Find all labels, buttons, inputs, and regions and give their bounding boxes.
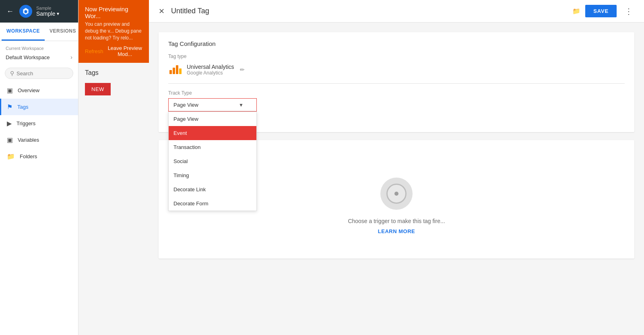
preview-title: Now Previewing Wor... — [85, 6, 142, 19]
dropdown-item-social[interactable]: Social — [169, 154, 256, 168]
sidebar-item-tags[interactable]: ⚑ Tags — [0, 99, 78, 115]
account-name: Sample ▾ — [36, 10, 59, 17]
sidebar-item-label: Variables — [18, 137, 39, 143]
overview-icon: ▣ — [7, 87, 13, 94]
ua-bar-2 — [173, 68, 175, 74]
save-button[interactable]: SAVE — [585, 5, 617, 17]
dropdown-item-event[interactable]: Event — [169, 126, 256, 140]
nav-tabs: WORKSPACE VERSIONS ADMIN — [0, 23, 78, 41]
trigger-circle-inner — [386, 184, 407, 204]
search-icon: ⚲ — [10, 70, 14, 77]
tag-panel: ✕ Untitled Tag 📁 SAVE ⋮ Tag Configuratio… — [149, 0, 644, 335]
learn-more-link[interactable]: LEARN MORE — [378, 228, 415, 234]
search-box[interactable]: ⚲ — [5, 68, 73, 79]
tag-type-sub: Google Analytics — [187, 70, 234, 76]
sidebar: ← Sample Sample ▾ WORKSPACE VERSIONS ADM… — [0, 0, 78, 335]
track-type-select-button[interactable]: Page View ▼ — [168, 98, 257, 112]
track-type-label: Track Type — [168, 90, 625, 96]
selected-track-value: Page View — [173, 102, 198, 108]
triggers-icon: ▶ — [7, 120, 12, 127]
gtm-logo — [19, 5, 32, 18]
tag-config-card: Tag Configuration Tag type Universal Ana… — [159, 32, 634, 132]
edit-tag-type-button[interactable]: ✏ — [240, 66, 245, 73]
panel-title: Untitled Tag — [171, 7, 568, 15]
track-type-select[interactable]: Page View ▼ Page View Event Transaction … — [168, 98, 257, 112]
workspace-name: Default Workspace — [6, 54, 50, 60]
sidebar-item-label: Overview — [18, 87, 39, 93]
workspace-label: Current Workspace — [6, 46, 72, 51]
refresh-button[interactable]: Refresh — [85, 45, 103, 57]
tags-header: Tags — [78, 63, 149, 80]
ua-icon — [168, 62, 183, 77]
sidebar-item-label: Triggers — [17, 120, 35, 126]
back-button[interactable]: ← — [5, 6, 15, 17]
track-type-dropdown: Page View Event Transaction Social Timin… — [168, 112, 257, 211]
main-area: Now Previewing Wor... You can preview an… — [78, 0, 149, 335]
trigger-circle — [380, 178, 413, 210]
triggering-message: Choose a trigger to make this tag fire..… — [348, 218, 445, 224]
tab-workspace[interactable]: WORKSPACE — [2, 23, 45, 41]
workspace-chevron: › — [70, 54, 72, 60]
dropdown-item-transaction[interactable]: Transaction — [169, 140, 256, 154]
tags-icon: ⚑ — [7, 103, 12, 111]
tag-type-field-label: Tag type — [168, 54, 625, 59]
workspace-section: Current Workspace Default Workspace › — [0, 41, 78, 64]
dropdown-item-decorate-form[interactable]: Decorate Form — [169, 196, 256, 211]
divider — [168, 83, 625, 84]
new-tag-button[interactable]: NEW — [85, 83, 111, 95]
close-button[interactable]: ✕ — [157, 5, 166, 17]
dropdown-item-timing[interactable]: Timing — [169, 168, 256, 182]
preview-desc: You can preview and debug the v... Debug… — [85, 21, 142, 41]
tab-versions[interactable]: VERSIONS — [45, 23, 81, 41]
sidebar-header: ← Sample Sample ▾ — [0, 0, 78, 23]
preview-banner: Now Previewing Wor... You can preview an… — [78, 0, 149, 63]
ua-bar-4 — [179, 68, 182, 74]
more-button[interactable]: ⋮ — [621, 5, 636, 18]
sidebar-item-overview[interactable]: ▣ Overview — [0, 82, 78, 99]
sidebar-item-folders[interactable]: 📁 Folders — [0, 148, 78, 165]
tag-type-name: Universal Analytics — [187, 64, 234, 70]
account-chevron: ▾ — [57, 11, 59, 17]
tag-type-row: Universal Analytics Google Analytics ✏ — [168, 62, 625, 77]
tag-type-info: Universal Analytics Google Analytics — [187, 64, 234, 76]
search-input[interactable] — [17, 70, 68, 77]
ua-bar-1 — [169, 70, 172, 74]
panel-body: Tag Configuration Tag type Universal Ana… — [149, 23, 644, 335]
company-name: Sample — [36, 6, 59, 10]
account-info: Sample Sample ▾ — [36, 6, 59, 17]
folder-icon: 📁 — [572, 7, 580, 15]
ua-bar-3 — [176, 65, 178, 74]
sidebar-item-label: Folders — [20, 153, 37, 159]
tag-config-title: Tag Configuration — [168, 40, 625, 47]
variables-icon: ▣ — [7, 136, 13, 144]
dropdown-arrow-icon: ▼ — [239, 102, 244, 108]
leave-preview-button[interactable]: Leave Preview Mod... — [107, 45, 142, 57]
nav-items: ▣ Overview ⚑ Tags ▶ Triggers ▣ Variables… — [0, 82, 78, 335]
panel-header: ✕ Untitled Tag 📁 SAVE ⋮ — [149, 0, 644, 23]
workspace-item[interactable]: Default Workspace › — [6, 53, 72, 61]
sidebar-item-triggers[interactable]: ▶ Triggers — [0, 115, 78, 132]
folders-icon: 📁 — [7, 153, 15, 160]
sidebar-item-label: Tags — [17, 104, 28, 110]
dropdown-item-decorate-link[interactable]: Decorate Link — [169, 182, 256, 196]
dropdown-item-page-view[interactable]: Page View — [169, 112, 256, 126]
sidebar-item-variables[interactable]: ▣ Variables — [0, 132, 78, 148]
trigger-circle-dot — [394, 192, 398, 196]
